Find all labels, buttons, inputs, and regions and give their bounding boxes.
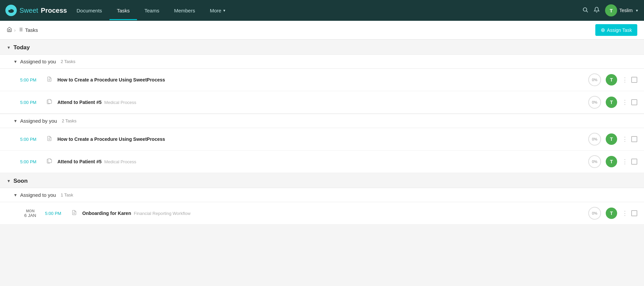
task-row: 5:00 PM How to Create a Procedure Using …	[0, 69, 644, 91]
task-menu-icon[interactable]: ⋮	[622, 76, 628, 83]
task-menu-icon[interactable]: ⋮	[622, 210, 628, 217]
task-menu-icon[interactable]: ⋮	[622, 135, 628, 143]
group-count-assigned-to-you-today: 2 Tasks	[61, 59, 76, 64]
chevron-down-icon: ▼	[7, 45, 11, 50]
group-count-assigned-by-you-today: 2 Tasks	[62, 118, 77, 123]
breadcrumb: › Tasks	[7, 27, 38, 34]
task-actions: ⋮	[622, 135, 637, 143]
breadcrumb-separator: ›	[14, 27, 16, 33]
chevron-down-icon: ▼	[13, 119, 17, 123]
task-process: Medical Process	[104, 159, 136, 164]
brand-sweet: Sweet	[19, 7, 38, 14]
section-header-today[interactable]: ▼ Today	[0, 40, 644, 54]
home-icon[interactable]	[7, 27, 12, 34]
task-progress: 0%	[588, 133, 601, 146]
nav-item-tasks[interactable]: Tasks	[109, 1, 137, 20]
task-time: 5:00 PM	[20, 77, 42, 82]
task-actions: ⋮	[622, 210, 637, 217]
group-count-assigned-to-you-soon: 1 Task	[61, 192, 73, 197]
task-actions: ⋮	[622, 76, 637, 83]
section-title-today: Today	[13, 44, 30, 51]
task-time: 5:00 PM	[20, 100, 42, 105]
group-header-assigned-to-you-today[interactable]: ▼ Assigned to you 2 Tasks	[0, 54, 644, 69]
nav-item-members[interactable]: Members	[167, 1, 202, 20]
navbar: SweetProcess Documents Tasks Teams Membe…	[0, 0, 644, 21]
task-avatar[interactable]: T	[606, 97, 617, 108]
task-row: 5:00 PM Attend to Patient #5Medical Proc…	[0, 91, 644, 114]
nav-item-teams[interactable]: Teams	[137, 1, 167, 20]
task-name[interactable]: Attend to Patient #5Medical Process	[57, 159, 584, 164]
svg-line-4	[587, 11, 588, 12]
task-row: 5:00 PM Attend to Patient #5Medical Proc…	[0, 151, 644, 173]
section-title-soon: Soon	[13, 178, 28, 184]
task-checkbox[interactable]	[631, 136, 637, 142]
plus-icon: ⊕	[601, 27, 605, 33]
task-name[interactable]: How to Create a Procedure Using SweetPro…	[57, 77, 584, 82]
task-doc-icon	[47, 158, 53, 165]
chevron-down-icon: ▼	[13, 193, 17, 197]
user-chevron-icon: ▼	[635, 9, 639, 12]
task-time: 5:00 PM	[20, 159, 42, 164]
task-process: Medical Process	[104, 100, 136, 105]
task-progress: 0%	[588, 207, 601, 220]
assign-task-label: Assign Task	[607, 27, 632, 33]
chevron-down-icon: ▼	[7, 179, 11, 183]
group-label-assigned-by-you-today: Assigned by you	[20, 118, 57, 124]
task-name[interactable]: Attend to Patient #5Medical Process	[57, 100, 584, 105]
task-checkbox[interactable]	[631, 159, 637, 165]
breadcrumb-tasks: Tasks	[18, 27, 38, 33]
task-doc-icon	[47, 76, 53, 83]
task-actions: ⋮	[622, 158, 637, 165]
task-date: MON 6 JAN	[20, 209, 40, 218]
task-avatar[interactable]: T	[606, 74, 617, 85]
user-avatar: T	[605, 4, 617, 16]
group-label-assigned-to-you-soon: Assigned to you	[20, 192, 56, 198]
search-icon[interactable]	[582, 7, 588, 14]
task-doc-icon	[47, 136, 53, 142]
nav-item-more[interactable]: More ▼	[202, 1, 233, 20]
breadcrumb-tasks-label: Tasks	[25, 27, 38, 33]
task-progress: 0%	[588, 96, 601, 109]
svg-point-3	[583, 8, 587, 11]
task-row: MON 6 JAN 5:00 PM Onboarding for KarenFi…	[0, 202, 644, 225]
task-time: 5:00 PM	[20, 137, 42, 142]
task-row: 5:00 PM How to Create a Procedure Using …	[0, 128, 644, 151]
task-checkbox[interactable]	[631, 77, 637, 83]
task-avatar[interactable]: T	[606, 133, 617, 145]
task-avatar[interactable]: T	[606, 156, 617, 167]
notification-icon[interactable]	[594, 7, 600, 14]
task-checkbox[interactable]	[631, 99, 637, 105]
brand-logo[interactable]: SweetProcess	[5, 5, 69, 16]
tasks-list-icon	[18, 27, 23, 33]
task-process: Financial Reporting Workflow	[134, 211, 190, 216]
task-avatar[interactable]: T	[606, 208, 617, 219]
brand-icon	[5, 5, 17, 16]
task-checkbox[interactable]	[631, 210, 637, 216]
task-time: 5:00 PM	[45, 211, 67, 216]
task-progress: 0%	[588, 73, 601, 86]
task-name[interactable]: How to Create a Procedure Using SweetPro…	[57, 136, 584, 142]
group-header-assigned-by-you-today[interactable]: ▼ Assigned by you 2 Tasks	[0, 114, 644, 128]
task-actions: ⋮	[622, 99, 637, 106]
breadcrumb-bar: › Tasks ⊕ Assign Task	[0, 21, 644, 40]
task-menu-icon[interactable]: ⋮	[622, 99, 628, 106]
nav-items: Documents Tasks Teams Members More ▼	[69, 1, 582, 20]
chevron-down-icon: ▼	[13, 59, 17, 64]
main-content: ▼ Today ▼ Assigned to you 2 Tasks 5:00 P…	[0, 40, 644, 286]
task-doc-icon	[47, 99, 53, 106]
svg-point-2	[9, 9, 9, 9]
assign-task-button[interactable]: ⊕ Assign Task	[595, 24, 637, 36]
section-header-soon[interactable]: ▼ Soon	[0, 173, 644, 188]
task-doc-icon	[72, 210, 78, 217]
nav-item-documents[interactable]: Documents	[69, 1, 109, 20]
group-header-assigned-to-you-soon[interactable]: ▼ Assigned to you 1 Task	[0, 188, 644, 202]
user-name: Teslim	[619, 8, 633, 13]
chevron-down-icon: ▼	[223, 9, 226, 12]
brand-process: Process	[41, 7, 67, 14]
task-menu-icon[interactable]: ⋮	[622, 158, 628, 165]
nav-right: T Teslim ▼	[582, 4, 639, 16]
user-menu[interactable]: T Teslim ▼	[605, 4, 639, 16]
task-name[interactable]: Onboarding for KarenFinancial Reporting …	[82, 211, 584, 216]
svg-point-0	[8, 9, 14, 13]
task-progress: 0%	[588, 155, 601, 168]
